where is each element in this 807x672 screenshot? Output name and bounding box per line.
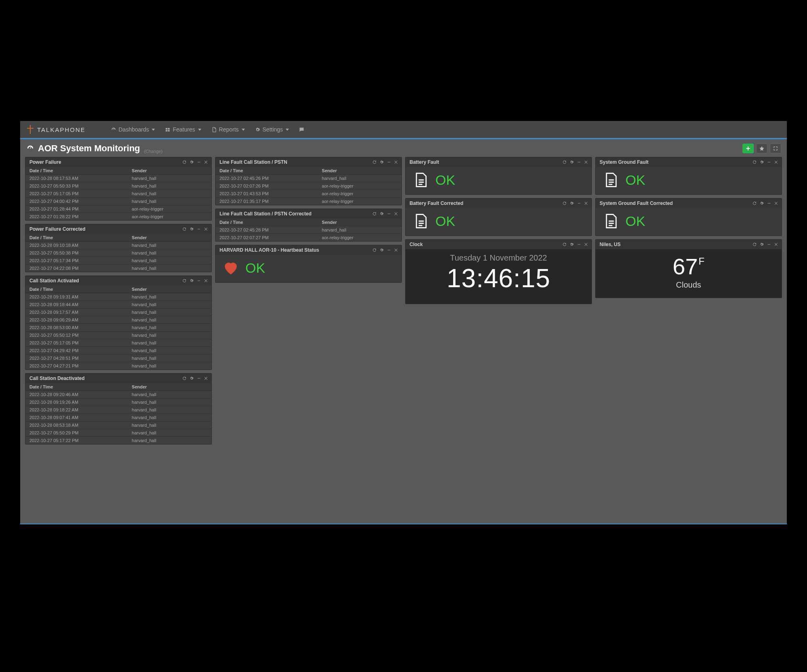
- close-icon[interactable]: [774, 159, 779, 165]
- panel-title: System Ground Fault: [600, 159, 648, 165]
- cell-sender: harvard_hall: [128, 406, 211, 414]
- refresh-icon[interactable]: [752, 200, 757, 206]
- gear-icon[interactable]: [759, 242, 765, 247]
- gear-icon[interactable]: [759, 159, 765, 165]
- nav-chat[interactable]: [294, 121, 309, 139]
- panel-call-station-activated: Call Station Activated Date / Time Sende…: [25, 275, 212, 370]
- panel-actions: [372, 159, 399, 165]
- panel-header: System Ground Fault Corrected: [596, 198, 782, 208]
- close-icon[interactable]: [774, 242, 779, 247]
- refresh-icon[interactable]: [562, 159, 567, 165]
- minimize-icon[interactable]: [576, 242, 582, 247]
- refresh-icon[interactable]: [372, 159, 377, 165]
- nav-features[interactable]: Features: [160, 121, 206, 139]
- close-icon[interactable]: [393, 211, 399, 217]
- refresh-icon[interactable]: [562, 242, 567, 247]
- table-row: 2022-10-27 05:50:38 PMharvard_hall: [25, 249, 211, 257]
- brand-logo[interactable]: TALKAPHONE: [26, 124, 86, 135]
- gear-icon[interactable]: [189, 159, 194, 165]
- minimize-icon[interactable]: [196, 376, 202, 381]
- minimize-icon[interactable]: [766, 242, 772, 247]
- panel-header: HARVARD HALL AOR-10 - Heartbeat Status: [215, 245, 401, 255]
- refresh-icon[interactable]: [562, 200, 567, 206]
- gear-icon[interactable]: [189, 226, 194, 232]
- table-row: 2022-10-28 08:53:00 AMharvard_hall: [25, 324, 211, 332]
- minimize-icon[interactable]: [386, 159, 392, 165]
- refresh-icon[interactable]: [182, 278, 187, 284]
- gear-icon[interactable]: [189, 376, 194, 381]
- refresh-icon[interactable]: [182, 159, 187, 165]
- change-link[interactable]: (Change): [144, 149, 163, 154]
- table-row: 2022-10-27 05:17:22 PMharvard_hall: [25, 437, 211, 445]
- status-ok: OK: [435, 172, 455, 188]
- minimize-icon[interactable]: [196, 226, 202, 232]
- status-ok: OK: [245, 260, 265, 276]
- minimize-icon[interactable]: [386, 211, 392, 217]
- data-table: Date / Time Sender 2022-10-28 09:19:31 A…: [25, 286, 211, 369]
- panel-header: Niles, US: [596, 240, 782, 249]
- panel-actions: [562, 159, 589, 165]
- close-icon[interactable]: [774, 200, 779, 206]
- panel-title: Battery Fault Corrected: [410, 200, 463, 206]
- nav-reports[interactable]: Reports: [206, 121, 250, 139]
- close-icon[interactable]: [203, 226, 209, 232]
- minimize-icon[interactable]: [766, 200, 772, 206]
- status-ok: OK: [435, 213, 455, 229]
- nav-dashboards[interactable]: Dashboards: [106, 121, 160, 139]
- nav-settings[interactable]: Settings: [250, 121, 294, 139]
- refresh-icon[interactable]: [182, 226, 187, 232]
- data-table: Date / Time Sender 2022-10-27 02:45:28 P…: [215, 219, 401, 241]
- brand-name: TALKAPHONE: [37, 126, 86, 133]
- minimize-icon[interactable]: [386, 247, 392, 253]
- panel-header: Power Failure Corrected: [25, 224, 211, 234]
- table-row: 2022-10-27 01:43:53 PMaor-relay-trigger: [215, 190, 401, 198]
- refresh-icon[interactable]: [372, 247, 377, 253]
- minimize-icon[interactable]: [196, 278, 202, 284]
- close-icon[interactable]: [583, 242, 589, 247]
- cell-sender: aor-relay-trigger: [318, 182, 401, 190]
- cell-date-time: 2022-10-27 02:07:27 PM: [215, 234, 318, 242]
- table-row: 2022-10-27 04:00:42 PMharvard_hall: [25, 198, 211, 205]
- gear-icon[interactable]: [759, 200, 765, 206]
- minimize-icon[interactable]: [576, 200, 582, 206]
- close-icon[interactable]: [393, 159, 399, 165]
- minimize-icon[interactable]: [576, 159, 582, 165]
- refresh-icon[interactable]: [752, 159, 757, 165]
- gear-icon[interactable]: [379, 247, 385, 253]
- panel-line-fault-corrected: Line Fault Call Station / PSTN Corrected…: [215, 209, 402, 242]
- refresh-icon[interactable]: [752, 242, 757, 247]
- gear-icon[interactable]: [569, 200, 575, 206]
- cell-date-time: 2022-10-28 08:17:53 AM: [25, 175, 128, 182]
- weather-temp-value: 67: [673, 253, 698, 280]
- panel-body: Date / Time Sender 2022-10-28 08:17:53 A…: [25, 167, 211, 220]
- cell-sender: harvard_hall: [128, 293, 211, 301]
- close-icon[interactable]: [583, 200, 589, 206]
- minimize-icon[interactable]: [196, 159, 202, 165]
- panel-body: Date / Time Sender 2022-10-27 02:45:26 P…: [215, 167, 401, 205]
- close-icon[interactable]: [393, 247, 399, 253]
- gear-icon[interactable]: [379, 159, 385, 165]
- close-icon[interactable]: [203, 159, 209, 165]
- cell-sender: aor-relay-trigger: [318, 234, 401, 242]
- nav-label: Settings: [263, 126, 283, 133]
- panel-title: Call Station Deactivated: [29, 376, 85, 381]
- fullscreen-button[interactable]: [770, 144, 781, 153]
- close-icon[interactable]: [583, 159, 589, 165]
- close-icon[interactable]: [203, 376, 209, 381]
- panel-title: Line Fault Call Station / PSTN Corrected: [220, 211, 312, 217]
- refresh-icon[interactable]: [182, 376, 187, 381]
- close-icon[interactable]: [203, 278, 209, 284]
- column-date-time: Date / Time: [215, 219, 318, 226]
- panel-body: Date / Time Sender 2022-10-27 02:45:28 P…: [215, 219, 401, 241]
- data-table: Date / Time Sender 2022-10-28 09:10:18 A…: [25, 234, 211, 272]
- gear-icon[interactable]: [379, 211, 385, 217]
- gear-icon[interactable]: [189, 278, 194, 284]
- refresh-icon[interactable]: [372, 211, 377, 217]
- table-row: 2022-10-27 05:17:34 PMharvard_hall: [25, 257, 211, 265]
- gear-icon[interactable]: [569, 242, 575, 247]
- panel-header: Line Fault Call Station / PSTN Corrected: [215, 209, 401, 219]
- gear-icon[interactable]: [569, 159, 575, 165]
- favorite-button[interactable]: [756, 144, 767, 153]
- minimize-icon[interactable]: [766, 159, 772, 165]
- add-widget-button[interactable]: +: [742, 144, 754, 153]
